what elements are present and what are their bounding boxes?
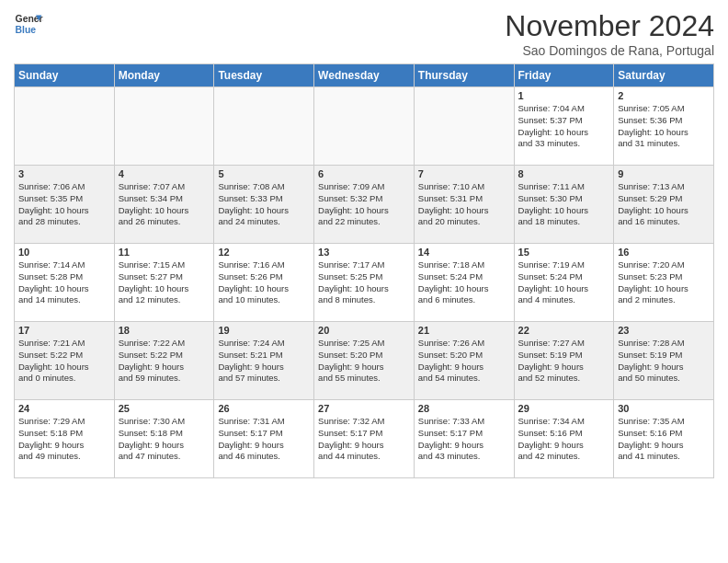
week-row-5: 24Sunrise: 7:29 AMSunset: 5:18 PMDayligh… <box>15 400 714 478</box>
calendar-cell: 16Sunrise: 7:20 AMSunset: 5:23 PMDayligh… <box>614 244 714 322</box>
calendar-table: SundayMondayTuesdayWednesdayThursdayFrid… <box>14 63 714 478</box>
logo-icon: General Blue <box>14 9 43 39</box>
day-info: Sunrise: 7:28 AMSunset: 5:19 PMDaylight:… <box>618 338 710 385</box>
calendar-cell: 22Sunrise: 7:27 AMSunset: 5:19 PMDayligh… <box>514 322 614 400</box>
calendar-cell: 9Sunrise: 7:13 AMSunset: 5:29 PMDaylight… <box>614 166 714 244</box>
day-number: 24 <box>18 403 110 414</box>
calendar-cell: 15Sunrise: 7:19 AMSunset: 5:24 PMDayligh… <box>514 244 614 322</box>
day-number: 19 <box>218 325 310 336</box>
calendar-cell: 6Sunrise: 7:09 AMSunset: 5:32 PMDaylight… <box>314 166 415 244</box>
calendar-body: 1Sunrise: 7:04 AMSunset: 5:37 PMDaylight… <box>15 87 714 478</box>
calendar-cell: 29Sunrise: 7:34 AMSunset: 5:16 PMDayligh… <box>514 400 614 478</box>
day-info: Sunrise: 7:08 AMSunset: 5:33 PMDaylight:… <box>218 181 310 228</box>
calendar-cell: 1Sunrise: 7:04 AMSunset: 5:37 PMDaylight… <box>514 87 614 166</box>
day-header-monday: Monday <box>114 64 214 87</box>
calendar-cell: 2Sunrise: 7:05 AMSunset: 5:36 PMDaylight… <box>614 87 714 166</box>
day-info: Sunrise: 7:20 AMSunset: 5:23 PMDaylight:… <box>618 259 710 306</box>
calendar-cell: 26Sunrise: 7:31 AMSunset: 5:17 PMDayligh… <box>214 400 314 478</box>
day-number: 6 <box>318 168 410 179</box>
day-number: 18 <box>119 325 210 336</box>
calendar-cell: 12Sunrise: 7:16 AMSunset: 5:26 PMDayligh… <box>214 244 314 322</box>
calendar-cell: 14Sunrise: 7:18 AMSunset: 5:24 PMDayligh… <box>414 244 514 322</box>
calendar-cell: 23Sunrise: 7:28 AMSunset: 5:19 PMDayligh… <box>614 322 714 400</box>
day-number: 15 <box>518 247 610 258</box>
day-header-sunday: Sunday <box>15 64 115 87</box>
calendar-cell: 19Sunrise: 7:24 AMSunset: 5:21 PMDayligh… <box>214 322 314 400</box>
day-number: 22 <box>518 325 610 336</box>
calendar-header-row: SundayMondayTuesdayWednesdayThursdayFrid… <box>15 64 714 87</box>
calendar-cell: 27Sunrise: 7:32 AMSunset: 5:17 PMDayligh… <box>314 400 415 478</box>
day-number: 9 <box>618 168 710 179</box>
month-title: November 2024 <box>505 9 714 43</box>
calendar-cell <box>214 87 314 166</box>
day-info: Sunrise: 7:11 AMSunset: 5:30 PMDaylight:… <box>518 181 610 228</box>
day-number: 14 <box>418 247 510 258</box>
day-info: Sunrise: 7:10 AMSunset: 5:31 PMDaylight:… <box>418 181 510 228</box>
day-header-saturday: Saturday <box>614 64 714 87</box>
day-info: Sunrise: 7:31 AMSunset: 5:17 PMDaylight:… <box>218 416 310 463</box>
day-number: 7 <box>418 168 510 179</box>
calendar-cell: 25Sunrise: 7:30 AMSunset: 5:18 PMDayligh… <box>114 400 214 478</box>
day-info: Sunrise: 7:26 AMSunset: 5:20 PMDaylight:… <box>418 338 510 385</box>
day-number: 30 <box>618 403 710 414</box>
day-number: 27 <box>318 403 410 414</box>
day-number: 11 <box>119 247 210 258</box>
svg-text:Blue: Blue <box>16 25 37 35</box>
calendar-cell: 5Sunrise: 7:08 AMSunset: 5:33 PMDaylight… <box>214 166 314 244</box>
day-number: 4 <box>119 168 210 179</box>
day-info: Sunrise: 7:25 AMSunset: 5:20 PMDaylight:… <box>318 338 410 385</box>
day-info: Sunrise: 7:07 AMSunset: 5:34 PMDaylight:… <box>119 181 210 228</box>
calendar-cell: 17Sunrise: 7:21 AMSunset: 5:22 PMDayligh… <box>15 322 115 400</box>
week-row-4: 17Sunrise: 7:21 AMSunset: 5:22 PMDayligh… <box>15 322 714 400</box>
day-number: 17 <box>18 325 110 336</box>
location-title: Sao Domingos de Rana, Portugal <box>505 43 714 58</box>
day-info: Sunrise: 7:30 AMSunset: 5:18 PMDaylight:… <box>119 416 210 463</box>
day-info: Sunrise: 7:09 AMSunset: 5:32 PMDaylight:… <box>318 181 410 228</box>
day-number: 20 <box>318 325 410 336</box>
day-number: 29 <box>518 403 610 414</box>
calendar-cell <box>414 87 514 166</box>
day-info: Sunrise: 7:21 AMSunset: 5:22 PMDaylight:… <box>18 338 110 385</box>
day-header-tuesday: Tuesday <box>214 64 314 87</box>
calendar-cell: 10Sunrise: 7:14 AMSunset: 5:28 PMDayligh… <box>15 244 115 322</box>
day-info: Sunrise: 7:04 AMSunset: 5:37 PMDaylight:… <box>518 103 610 150</box>
calendar-cell: 7Sunrise: 7:10 AMSunset: 5:31 PMDaylight… <box>414 166 514 244</box>
day-number: 2 <box>618 90 710 101</box>
week-row-3: 10Sunrise: 7:14 AMSunset: 5:28 PMDayligh… <box>15 244 714 322</box>
day-info: Sunrise: 7:14 AMSunset: 5:28 PMDaylight:… <box>18 259 110 306</box>
calendar-cell <box>314 87 415 166</box>
day-info: Sunrise: 7:33 AMSunset: 5:17 PMDaylight:… <box>418 416 510 463</box>
calendar-cell: 13Sunrise: 7:17 AMSunset: 5:25 PMDayligh… <box>314 244 415 322</box>
day-number: 25 <box>119 403 210 414</box>
week-row-2: 3Sunrise: 7:06 AMSunset: 5:35 PMDaylight… <box>15 166 714 244</box>
day-info: Sunrise: 7:29 AMSunset: 5:18 PMDaylight:… <box>18 416 110 463</box>
day-header-wednesday: Wednesday <box>314 64 415 87</box>
day-info: Sunrise: 7:19 AMSunset: 5:24 PMDaylight:… <box>518 259 610 306</box>
logo: General Blue <box>14 9 43 39</box>
day-number: 28 <box>418 403 510 414</box>
title-section: November 2024 Sao Domingos de Rana, Port… <box>505 9 714 58</box>
day-info: Sunrise: 7:17 AMSunset: 5:25 PMDaylight:… <box>318 259 410 306</box>
calendar-cell: 4Sunrise: 7:07 AMSunset: 5:34 PMDaylight… <box>114 166 214 244</box>
page-header: General Blue November 2024 Sao Domingos … <box>14 9 714 58</box>
day-number: 8 <box>518 168 610 179</box>
day-info: Sunrise: 7:22 AMSunset: 5:22 PMDaylight:… <box>119 338 210 385</box>
calendar-cell: 30Sunrise: 7:35 AMSunset: 5:16 PMDayligh… <box>614 400 714 478</box>
day-info: Sunrise: 7:06 AMSunset: 5:35 PMDaylight:… <box>18 181 110 228</box>
calendar-cell: 21Sunrise: 7:26 AMSunset: 5:20 PMDayligh… <box>414 322 514 400</box>
calendar-cell: 3Sunrise: 7:06 AMSunset: 5:35 PMDaylight… <box>15 166 115 244</box>
day-info: Sunrise: 7:34 AMSunset: 5:16 PMDaylight:… <box>518 416 610 463</box>
day-info: Sunrise: 7:13 AMSunset: 5:29 PMDaylight:… <box>618 181 710 228</box>
day-number: 13 <box>318 247 410 258</box>
calendar-cell: 11Sunrise: 7:15 AMSunset: 5:27 PMDayligh… <box>114 244 214 322</box>
calendar-cell: 20Sunrise: 7:25 AMSunset: 5:20 PMDayligh… <box>314 322 415 400</box>
day-header-thursday: Thursday <box>414 64 514 87</box>
day-number: 23 <box>618 325 710 336</box>
calendar-cell: 8Sunrise: 7:11 AMSunset: 5:30 PMDaylight… <box>514 166 614 244</box>
week-row-1: 1Sunrise: 7:04 AMSunset: 5:37 PMDaylight… <box>15 87 714 166</box>
calendar-cell: 18Sunrise: 7:22 AMSunset: 5:22 PMDayligh… <box>114 322 214 400</box>
day-number: 21 <box>418 325 510 336</box>
day-header-friday: Friday <box>514 64 614 87</box>
calendar-cell: 28Sunrise: 7:33 AMSunset: 5:17 PMDayligh… <box>414 400 514 478</box>
day-number: 1 <box>518 90 610 101</box>
